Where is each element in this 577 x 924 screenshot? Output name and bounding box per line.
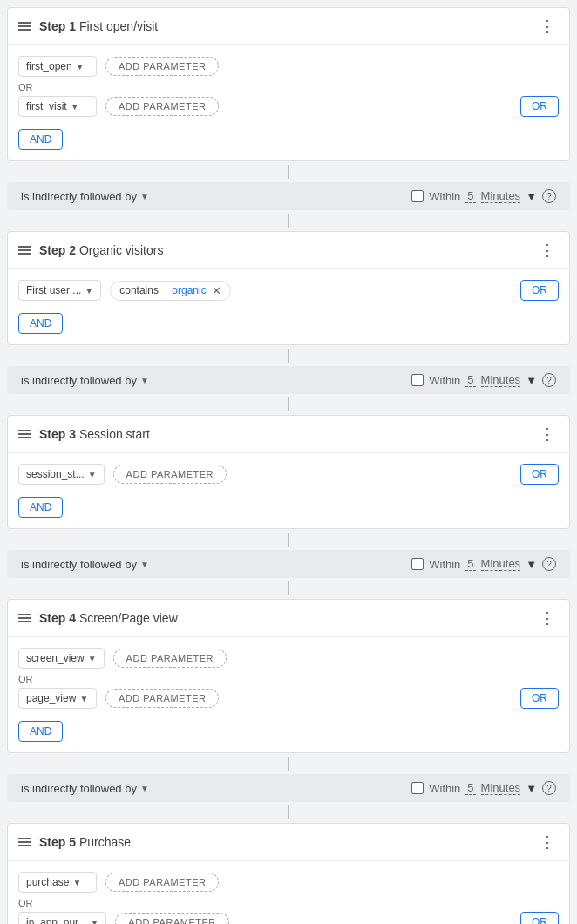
and-button-step1[interactable]: AND (18, 129, 63, 150)
within-checkbox-1[interactable] (411, 190, 424, 202)
vertical-connector-3b (0, 578, 577, 599)
help-icon-1[interactable]: ? (542, 189, 556, 203)
within-checkbox-4[interactable] (411, 782, 424, 794)
line-1b (288, 214, 289, 228)
within-section-2: Within 5 Minutes ▼ ? (411, 373, 556, 387)
step-1-header: Step 1 First open/visit ⋮ (8, 8, 569, 45)
within-checkbox-2[interactable] (411, 374, 424, 386)
event-col-purchase: purchase ▼ ADD PARAMETER (18, 872, 559, 893)
or-label-1: OR (18, 82, 559, 92)
event-col-first-user: First user ... ▼ contains organic ✕ (18, 280, 520, 301)
step-3-menu[interactable]: ⋮ (536, 425, 559, 444)
chevron-unit-2: ▼ (526, 374, 537, 387)
and-button-step3[interactable]: AND (18, 497, 63, 518)
vertical-connector-1b (0, 210, 577, 231)
purchase-dropdown[interactable]: purchase ▼ (18, 872, 97, 893)
step-3-body: session_st... ▼ ADD PARAMETER OR AND (8, 453, 569, 528)
line-4 (288, 757, 289, 771)
or-button-step3[interactable]: OR (520, 464, 559, 485)
screen-view-dropdown[interactable]: screen_view ▼ (18, 648, 105, 669)
session-start-dropdown[interactable]: session_st... ▼ (18, 464, 105, 485)
add-param-btn-page-view[interactable]: ADD PARAMETER (105, 689, 219, 708)
and-button-step2[interactable]: AND (18, 313, 63, 334)
vertical-connector-1 (0, 161, 577, 182)
step-2-title: Step 2 Organic visitors (39, 243, 536, 257)
first-user-dropdown[interactable]: First user ... ▼ (18, 280, 101, 301)
or-button-step4[interactable]: OR (520, 688, 559, 709)
connector-dropdown-3[interactable]: is indirectly followed by ▼ (21, 558, 149, 571)
help-icon-4[interactable]: ? (542, 781, 556, 795)
connector-dropdown-1[interactable]: is indirectly followed by ▼ (21, 190, 149, 203)
step-2-block: Step 2 Organic visitors ⋮ First user ...… (7, 231, 570, 345)
step-2-menu[interactable]: ⋮ (536, 241, 559, 260)
connector-dropdown-2[interactable]: is indirectly followed by ▼ (21, 374, 149, 387)
or-button-step1[interactable]: OR (520, 96, 559, 117)
event-col-page-view: page_view ▼ ADD PARAMETER (18, 688, 520, 709)
event-col-screen-view: screen_view ▼ ADD PARAMETER (18, 648, 559, 669)
event-col-session-start: session_st... ▼ ADD PARAMETER (18, 464, 520, 485)
line-3 (288, 533, 289, 547)
event-col-first-visit: first_visit ▼ ADD PARAMETER (18, 96, 520, 117)
vertical-connector-4b (0, 802, 577, 823)
first-visit-dropdown[interactable]: first_visit ▼ (18, 96, 97, 117)
step-3-header: Step 3 Session start ⋮ (8, 416, 569, 453)
step-5-body: purchase ▼ ADD PARAMETER OR in_app_pur..… (8, 861, 569, 924)
step-1-menu[interactable]: ⋮ (536, 17, 559, 36)
step-5-block: Step 5 Purchase ⋮ purchase ▼ ADD PARAMET… (7, 823, 570, 924)
add-param-btn-first-open[interactable]: ADD PARAMETER (105, 57, 219, 76)
step-4-body: screen_view ▼ ADD PARAMETER OR page_view… (8, 637, 569, 752)
chevron-icon: ▼ (85, 286, 93, 296)
within-checkbox-3[interactable] (411, 558, 424, 570)
drag-handle-step3[interactable] (18, 430, 31, 438)
or-button-step5[interactable]: OR (520, 912, 559, 924)
drag-handle-step1[interactable] (18, 22, 31, 31)
connector-dropdown-4[interactable]: is indirectly followed by ▼ (21, 782, 149, 795)
and-button-step4[interactable]: AND (18, 721, 63, 742)
add-param-btn-first-visit[interactable]: ADD PARAMETER (105, 97, 219, 116)
add-param-btn-screen-view[interactable]: ADD PARAMETER (113, 649, 227, 668)
connector-bar-3: is indirectly followed by ▼ Within 5 Min… (7, 550, 570, 578)
contains-tag: contains organic ✕ (110, 281, 230, 301)
chevron-unit-1: ▼ (526, 190, 537, 203)
page-view-dropdown[interactable]: page_view ▼ (18, 688, 97, 709)
chevron-unit-4: ▼ (526, 782, 537, 795)
step-4-menu[interactable]: ⋮ (536, 608, 559, 628)
line-1 (288, 165, 289, 179)
vertical-connector-2 (0, 345, 577, 366)
step-5-menu[interactable]: ⋮ (536, 832, 559, 852)
drag-handle-step5[interactable] (18, 838, 31, 846)
connector-bar-1: is indirectly followed by ▼ Within 5 Min… (7, 182, 570, 210)
add-param-btn-in-app-purchase[interactable]: ADD PARAMETER (115, 913, 228, 924)
drag-handle-step2[interactable] (18, 246, 31, 255)
or-label-5: OR (18, 898, 559, 908)
chevron-icon: ▼ (79, 694, 88, 703)
or-label-4: OR (18, 674, 559, 684)
event-col-in-app-purchase: in_app_pur... ▼ ADD PARAMETER (18, 912, 520, 924)
event-row-screen-view: screen_view ▼ ADD PARAMETER (18, 648, 559, 669)
help-icon-2[interactable]: ? (542, 373, 556, 387)
drag-handle-step4[interactable] (18, 614, 31, 622)
within-section-3: Within 5 Minutes ▼ ? (411, 557, 556, 571)
chevron-connector-2: ▼ (140, 376, 149, 385)
or-button-step2[interactable]: OR (520, 280, 559, 301)
help-icon-3[interactable]: ? (542, 557, 556, 571)
line-2b (288, 397, 289, 411)
event-row-first-visit: first_visit ▼ ADD PARAMETER OR (18, 96, 559, 117)
first-open-dropdown[interactable]: first_open ▼ (18, 56, 97, 77)
step-2-body: First user ... ▼ contains organic ✕ OR A… (8, 269, 569, 344)
connector-bar-2: is indirectly followed by ▼ Within 5 Min… (7, 366, 570, 394)
event-row-first-open: first_open ▼ ADD PARAMETER (18, 56, 559, 77)
add-param-btn-purchase[interactable]: ADD PARAMETER (105, 873, 219, 892)
step-3-title: Step 3 Session start (39, 427, 536, 441)
add-param-btn-session[interactable]: ADD PARAMETER (113, 465, 227, 484)
chevron-icon: ▼ (90, 918, 98, 925)
step-5-title: Step 5 Purchase (39, 835, 536, 849)
event-row-in-app-purchase: in_app_pur... ▼ ADD PARAMETER OR (18, 912, 559, 924)
chevron-connector-3: ▼ (140, 560, 149, 569)
step-4-title: Step 4 Screen/Page view (39, 611, 536, 625)
connector-bar-4: is indirectly followed by ▼ Within 5 Min… (7, 774, 570, 802)
step-4-header: Step 4 Screen/Page view ⋮ (8, 600, 569, 637)
step-3-block: Step 3 Session start ⋮ session_st... ▼ A… (7, 415, 570, 529)
remove-organic-tag[interactable]: ✕ (212, 284, 221, 297)
in-app-purchase-dropdown[interactable]: in_app_pur... ▼ (18, 912, 106, 924)
